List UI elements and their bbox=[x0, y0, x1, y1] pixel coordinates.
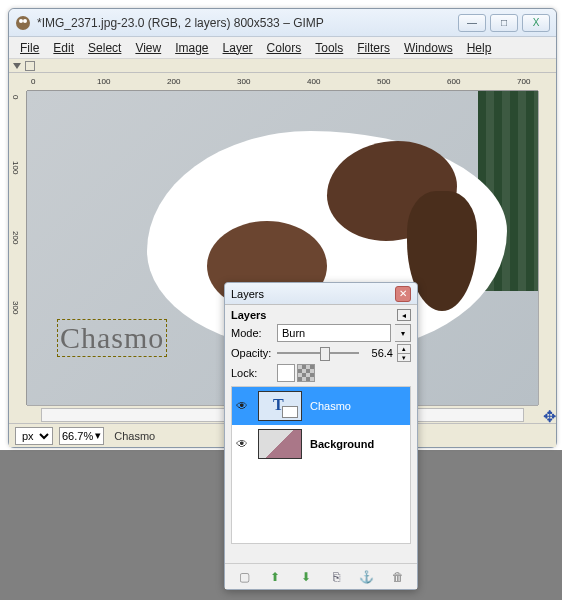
menu-select[interactable]: Select bbox=[81, 39, 128, 57]
layers-title-label: Layers bbox=[231, 288, 395, 300]
vertical-ruler: 0 100 200 300 bbox=[9, 91, 27, 405]
layer-item[interactable]: 👁 Background bbox=[232, 425, 410, 463]
duplicate-layer-button[interactable]: ⎘ bbox=[327, 568, 345, 586]
layer-item[interactable]: 👁 Chasmo bbox=[232, 387, 410, 425]
menu-edit[interactable]: Edit bbox=[46, 39, 81, 57]
layer-name: Background bbox=[310, 438, 374, 450]
svg-point-1 bbox=[19, 19, 23, 23]
menu-file[interactable]: File bbox=[13, 39, 46, 57]
menu-view[interactable]: View bbox=[128, 39, 168, 57]
anchor-layer-button[interactable]: ⚓ bbox=[358, 568, 376, 586]
layers-panel: Layers ✕ Layers ◂ Mode: Burn ▾ Opacity: … bbox=[224, 282, 418, 590]
navigate-icon[interactable]: ✥ bbox=[540, 407, 558, 425]
svg-point-2 bbox=[23, 19, 27, 23]
menu-filters[interactable]: Filters bbox=[350, 39, 397, 57]
tool-row bbox=[9, 59, 556, 73]
lock-pixels-toggle[interactable] bbox=[277, 364, 295, 382]
layers-menu-icon[interactable]: ◂ bbox=[397, 309, 411, 321]
opacity-spinner[interactable]: ▴▾ bbox=[397, 344, 411, 362]
layer-thumbnail bbox=[258, 391, 302, 421]
lower-layer-button[interactable]: ⬇ bbox=[297, 568, 315, 586]
dropdown-icon[interactable] bbox=[13, 63, 21, 69]
vertical-scrollbar[interactable] bbox=[538, 91, 556, 405]
menu-help[interactable]: Help bbox=[460, 39, 499, 57]
app-icon bbox=[15, 15, 31, 31]
status-text: Chasmo bbox=[114, 430, 155, 442]
svg-point-0 bbox=[16, 16, 30, 30]
titlebar[interactable]: *IMG_2371.jpg-23.0 (RGB, 2 layers) 800x5… bbox=[9, 9, 556, 37]
menu-image[interactable]: Image bbox=[168, 39, 215, 57]
menu-layer[interactable]: Layer bbox=[216, 39, 260, 57]
layers-footer: ▢ ⬆ ⬇ ⎘ ⚓ 🗑 bbox=[225, 563, 417, 589]
layers-titlebar[interactable]: Layers ✕ bbox=[225, 283, 417, 305]
opacity-value: 56.4 bbox=[363, 347, 393, 359]
menu-tools[interactable]: Tools bbox=[308, 39, 350, 57]
zoom-select[interactable]: 66.7%▾ bbox=[59, 427, 104, 445]
menu-colors[interactable]: Colors bbox=[260, 39, 309, 57]
layers-section-label: Layers bbox=[231, 309, 397, 321]
delete-layer-button[interactable]: 🗑 bbox=[389, 568, 407, 586]
menu-bar: File Edit Select View Image Layer Colors… bbox=[9, 37, 556, 59]
layers-close-button[interactable]: ✕ bbox=[395, 286, 411, 302]
lock-alpha-toggle[interactable] bbox=[297, 364, 315, 382]
layer-list: 👁 Chasmo 👁 Background bbox=[231, 386, 411, 544]
mode-select[interactable]: Burn bbox=[277, 324, 391, 342]
layer-name: Chasmo bbox=[310, 400, 351, 412]
new-layer-button[interactable]: ▢ bbox=[235, 568, 253, 586]
horizontal-ruler: 0 100 200 300 400 500 600 700 bbox=[27, 73, 538, 91]
window-title: *IMG_2371.jpg-23.0 (RGB, 2 layers) 800x5… bbox=[37, 16, 458, 30]
text-layer-selection[interactable]: Chasmo bbox=[57, 319, 167, 357]
menu-windows[interactable]: Windows bbox=[397, 39, 460, 57]
lock-label: Lock: bbox=[231, 367, 273, 379]
minimize-button[interactable]: — bbox=[458, 14, 486, 32]
visibility-icon[interactable]: 👁 bbox=[236, 399, 250, 413]
unit-select[interactable]: px bbox=[15, 427, 53, 445]
maximize-button[interactable]: □ bbox=[490, 14, 518, 32]
layer-thumbnail bbox=[258, 429, 302, 459]
mode-label: Mode: bbox=[231, 327, 273, 339]
visibility-icon[interactable]: 👁 bbox=[236, 437, 250, 451]
quickmask-toggle[interactable] bbox=[25, 61, 35, 71]
watermark-text: Chasmo bbox=[60, 321, 164, 354]
raise-layer-button[interactable]: ⬆ bbox=[266, 568, 284, 586]
close-button[interactable]: X bbox=[522, 14, 550, 32]
opacity-slider[interactable] bbox=[277, 345, 359, 361]
mode-dropdown-icon[interactable]: ▾ bbox=[395, 324, 411, 342]
opacity-label: Opacity: bbox=[231, 347, 273, 359]
